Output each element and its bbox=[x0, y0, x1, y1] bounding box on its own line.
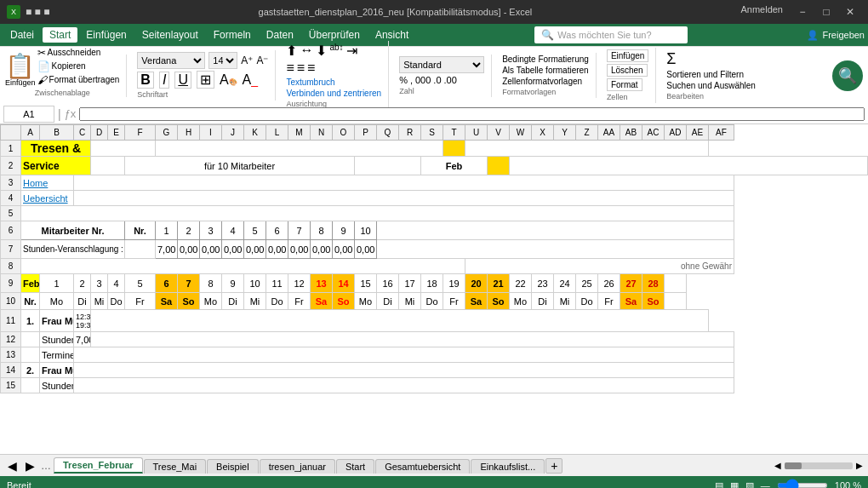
restore-btn[interactable]: □ bbox=[815, 4, 837, 20]
increase-font-btn[interactable]: A⁺ bbox=[241, 55, 253, 66]
tab-start[interactable]: Start bbox=[336, 459, 374, 474]
col-q[interactable]: Q bbox=[377, 125, 399, 141]
col-k[interactable]: K bbox=[244, 125, 266, 141]
paste-btn[interactable]: 📋 Einfügen bbox=[5, 55, 36, 87]
dec-inc-btn[interactable]: .0 bbox=[433, 75, 441, 85]
view-normal-btn[interactable]: ▤ bbox=[715, 480, 723, 489]
col-w[interactable]: W bbox=[510, 125, 532, 141]
merge-center-btn[interactable]: Verbinden und zentrieren bbox=[286, 89, 381, 98]
ribbon-search-area[interactable]: 🔍 bbox=[832, 60, 863, 91]
percent-btn[interactable]: % bbox=[399, 75, 408, 85]
zoom-slider[interactable] bbox=[777, 483, 828, 488]
prev-tab-btn[interactable]: ◀ bbox=[3, 458, 20, 474]
text-dir-btn[interactable]: ab↕ bbox=[329, 43, 343, 59]
col-h[interactable]: H bbox=[178, 125, 200, 141]
format-table-btn[interactable]: Als Tabelle formatieren bbox=[502, 66, 589, 75]
tab-beispiel[interactable]: Beispiel bbox=[207, 459, 259, 474]
col-n[interactable]: N bbox=[311, 125, 333, 141]
col-af[interactable]: AF bbox=[709, 125, 734, 141]
col-t[interactable]: T bbox=[443, 125, 465, 141]
align-left-btn[interactable]: ≡ bbox=[286, 60, 294, 76]
menu-start[interactable]: Start bbox=[43, 27, 77, 43]
cell-tresen[interactable]: Tresen & bbox=[21, 141, 91, 157]
col-y[interactable]: Y bbox=[554, 125, 576, 141]
col-ad[interactable]: AD bbox=[665, 125, 687, 141]
cell-reference-box[interactable] bbox=[3, 106, 54, 123]
format-painter-btn[interactable]: 🖌Format übertragen bbox=[37, 74, 120, 86]
col-c[interactable]: C bbox=[74, 125, 91, 141]
sign-in-btn[interactable]: Anmelden bbox=[740, 4, 783, 20]
cell-uebersicht[interactable]: Uebersicht bbox=[21, 191, 74, 206]
col-j[interactable]: J bbox=[222, 125, 244, 141]
cut-btn[interactable]: ✂Ausschneiden bbox=[37, 47, 120, 59]
align-top-btn[interactable]: ⬆ bbox=[286, 43, 297, 59]
copy-btn[interactable]: 📄Kopieren bbox=[37, 60, 120, 72]
menu-seitenlayout[interactable]: Seitenlayout bbox=[135, 27, 205, 43]
col-o[interactable]: O bbox=[333, 125, 355, 141]
italic-btn[interactable]: I bbox=[159, 72, 169, 89]
tab-dots[interactable]: … bbox=[39, 458, 53, 474]
font-name-select[interactable]: Verdana bbox=[137, 52, 205, 69]
col-b[interactable]: B bbox=[40, 125, 74, 141]
col-s[interactable]: S bbox=[421, 125, 443, 141]
fill-color-btn[interactable]: A🎨 bbox=[220, 72, 237, 88]
number-format-select[interactable]: Standard bbox=[399, 56, 484, 73]
col-ac[interactable]: AC bbox=[642, 125, 665, 141]
font-size-select[interactable]: 14 bbox=[208, 52, 237, 69]
col-d[interactable]: D bbox=[91, 125, 108, 141]
scroll-thumb[interactable] bbox=[785, 462, 802, 469]
minimize-btn[interactable]: − bbox=[791, 4, 814, 20]
sort-filter-btn[interactable]: Sortieren und Filtern bbox=[666, 70, 756, 79]
cell-service[interactable]: Service bbox=[21, 157, 91, 175]
thousands-btn[interactable]: 000 bbox=[415, 75, 431, 85]
dec-dec-btn[interactable]: .00 bbox=[444, 75, 457, 85]
share-btn[interactable]: 👤 Freigeben bbox=[807, 30, 865, 41]
title-controls[interactable]: Anmelden − □ ✕ bbox=[740, 4, 861, 20]
col-z[interactable]: Z bbox=[576, 125, 598, 141]
cell-styles-btn[interactable]: Zellenformatvorlagen bbox=[502, 77, 589, 86]
col-a[interactable]: A bbox=[21, 125, 40, 141]
decrease-font-btn[interactable]: A⁻ bbox=[256, 55, 268, 66]
col-v[interactable]: V bbox=[488, 125, 510, 141]
align-center-btn[interactable]: ≡ bbox=[297, 60, 305, 76]
tab-tresen-februar[interactable]: Tresen_Februar bbox=[54, 457, 143, 474]
ribbon-search[interactable]: Was möchten Sie tun? bbox=[557, 30, 651, 40]
border-btn[interactable]: ⊞ bbox=[197, 71, 214, 89]
add-sheet-btn[interactable]: + bbox=[545, 458, 562, 474]
view-layout-btn[interactable]: ▦ bbox=[730, 480, 739, 489]
tab-trese-mai[interactable]: Trese_Mai bbox=[144, 459, 207, 474]
tab-einkaufslist[interactable]: Einkaufslist... bbox=[471, 459, 545, 474]
find-select-btn[interactable]: Suchen und Auswählen bbox=[666, 81, 756, 90]
col-i[interactable]: I bbox=[200, 125, 222, 141]
font-color-btn[interactable]: A_ bbox=[243, 72, 258, 88]
view-page-btn[interactable]: ▧ bbox=[745, 480, 754, 489]
align-middle-btn[interactable]: ↔ bbox=[300, 43, 313, 59]
underline-btn[interactable]: U bbox=[174, 72, 191, 89]
col-f[interactable]: F bbox=[125, 125, 156, 141]
insert-btn[interactable]: Einfügen bbox=[607, 49, 648, 62]
next-tab-btn[interactable]: ▶ bbox=[21, 458, 38, 474]
delete-btn[interactable]: Löschen bbox=[607, 64, 648, 77]
cell-home[interactable]: Home bbox=[21, 175, 74, 191]
menu-datei[interactable]: Datei bbox=[3, 27, 41, 43]
col-r[interactable]: R bbox=[399, 125, 421, 141]
scroll-right-btn[interactable]: ▶ bbox=[856, 461, 863, 470]
col-x[interactable]: X bbox=[532, 125, 554, 141]
wrap-text-btn[interactable]: Textumbruch bbox=[286, 78, 381, 87]
bold-btn[interactable]: B bbox=[137, 72, 154, 89]
sum-btn[interactable]: Σ bbox=[666, 50, 756, 68]
indent-btn[interactable]: ⇥ bbox=[346, 43, 357, 59]
col-m[interactable]: M bbox=[288, 125, 311, 141]
align-bottom-btn[interactable]: ⬇ bbox=[316, 43, 327, 59]
align-right-btn[interactable]: ≡ bbox=[307, 60, 315, 76]
menu-formeln[interactable]: Formeln bbox=[207, 27, 258, 43]
cond-format-btn[interactable]: Bedingte Formatierung bbox=[502, 55, 589, 64]
col-l[interactable]: L bbox=[266, 125, 288, 141]
tab-tresen-januar[interactable]: tresen_januar bbox=[260, 459, 335, 474]
tab-gesamtuebersicht[interactable]: Gesamtuebersicht bbox=[375, 459, 470, 474]
col-aa[interactable]: AA bbox=[598, 125, 620, 141]
col-e[interactable]: E bbox=[108, 125, 125, 141]
col-ae[interactable]: AE bbox=[687, 125, 709, 141]
format-btn[interactable]: Format bbox=[607, 78, 642, 91]
menu-einfuegen[interactable]: Einfügen bbox=[79, 27, 133, 43]
